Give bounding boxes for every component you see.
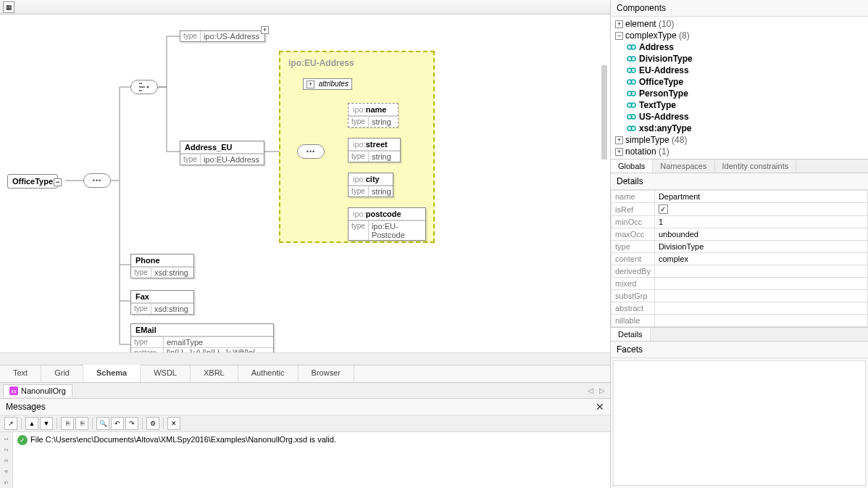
expand-icon[interactable]: + xyxy=(615,136,623,144)
ipo-street-node[interactable]: ipo:street typestring xyxy=(348,138,401,162)
details-label: minOcc xyxy=(612,216,655,228)
details-label: name xyxy=(612,191,655,203)
tab-browser[interactable]: Browser xyxy=(299,365,354,382)
horizontal-scrollbar[interactable] xyxy=(0,352,610,365)
msg-tool-find[interactable]: 🔍 xyxy=(96,417,109,430)
msg-tool-prev[interactable]: ▲ xyxy=(25,417,38,430)
tree-notation[interactable]: + notation (1) xyxy=(612,146,867,157)
tab-details[interactable]: Details xyxy=(611,328,651,341)
details-label: nillable xyxy=(612,315,655,327)
details-value[interactable] xyxy=(654,290,867,302)
success-icon: ✓ xyxy=(17,435,28,445)
details-label: type xyxy=(612,241,655,253)
tree-complextype-item[interactable]: TextType xyxy=(612,99,867,111)
schema-canvas[interactable]: OfficeType − type ipo:US-Address + ipo:E… xyxy=(0,15,610,352)
tab-wsdl[interactable]: WSDL xyxy=(141,365,191,382)
tab-namespaces[interactable]: Namespaces xyxy=(653,160,714,173)
components-tree: + element (10) − complexType (8) Address… xyxy=(611,17,868,159)
details-label: substGrp xyxy=(612,290,655,302)
complextype-icon xyxy=(627,43,637,51)
complextype-icon xyxy=(627,54,637,63)
details-value[interactable]: unbounded xyxy=(654,228,867,241)
type-label: type xyxy=(180,31,201,41)
collapse-icon[interactable]: − xyxy=(615,32,623,40)
file-tabs: xs NanonullOrg ◁ ▷ xyxy=(0,382,610,398)
messages-toolbar: ↗ ▲ ▼ ⎘ ⎘ 🔍 ↶ ↷ ⚙ ✕ xyxy=(0,415,610,432)
message-row[interactable]: ✓ File C:\Users\enc\Documents\Altova\XML… xyxy=(13,432,610,488)
canvas-toolbar: ▦ xyxy=(0,0,610,15)
office-type-node[interactable]: OfficeType − xyxy=(7,174,58,189)
attributes-node[interactable]: + attributes xyxy=(303,78,352,90)
tab-globals[interactable]: Globals xyxy=(611,160,653,173)
tree-complextype-item[interactable]: xsd:anyType xyxy=(612,123,867,134)
address-eu-node[interactable]: Address_EU type ipo:EU-Address xyxy=(180,141,264,165)
details-value[interactable]: complex xyxy=(654,253,867,265)
phone-node[interactable]: Phone typexsd:string xyxy=(130,254,194,278)
tree-complextype-item[interactable]: OfficeType xyxy=(612,76,867,88)
choice-compositor[interactable] xyxy=(130,80,158,94)
view-tabs: Text Grid Schema WSDL XBRL Authentic Bro… xyxy=(0,365,610,382)
message-text: File C:\Users\enc\Documents\Altova\XMLSp… xyxy=(30,435,336,444)
msg-tool-filter[interactable]: ⚙ xyxy=(146,417,159,430)
tree-complextype-item[interactable]: US-Address xyxy=(612,111,867,123)
msg-tool-copy[interactable]: ⎘ xyxy=(61,417,74,430)
msg-tool-clear[interactable]: ✕ xyxy=(167,417,180,430)
close-icon[interactable]: ✕ xyxy=(596,401,604,413)
facets-header: Facets xyxy=(611,342,868,358)
tree-complextype-item[interactable]: DivisionType xyxy=(612,53,867,65)
tab-schema[interactable]: Schema xyxy=(83,365,141,382)
details-value[interactable] xyxy=(654,302,867,315)
components-header: Components xyxy=(611,0,868,17)
details-header: Details xyxy=(611,173,868,190)
complextype-icon xyxy=(627,112,637,121)
tab-identity[interactable]: Identity constraints xyxy=(715,160,797,173)
fax-node[interactable]: Fax typexsd:string xyxy=(130,290,194,315)
ipo-postcode-node[interactable]: ipo:postcode typeipo:EU-Postcode xyxy=(348,207,426,241)
details-label: derivedBy xyxy=(612,265,655,278)
messages-panel: Messages ✕ ↗ ▲ ▼ ⎘ ⎘ 🔍 ↶ ↷ ⚙ ✕ xyxy=(0,398,610,488)
msg-tool-findprev[interactable]: ↶ xyxy=(111,417,124,430)
xsd-file-icon: xs xyxy=(9,386,18,395)
file-tab-label: NanonullOrg xyxy=(21,386,66,395)
tree-complextype-item[interactable]: PersonType xyxy=(612,88,867,99)
details-value[interactable] xyxy=(654,315,867,327)
expand-icon[interactable]: + xyxy=(615,148,623,156)
components-tabs: Globals Namespaces Identity constraints xyxy=(611,159,868,173)
file-tab-active[interactable]: xs NanonullOrg xyxy=(3,384,72,397)
tab-prev-icon[interactable]: ◁ xyxy=(585,386,596,396)
tab-authentic[interactable]: Authentic xyxy=(238,365,299,382)
us-address-node[interactable]: type ipo:US-Address xyxy=(180,30,265,42)
tree-simpletype[interactable]: + simpleType (48) xyxy=(612,134,867,146)
tab-xbrl[interactable]: XBRL xyxy=(191,365,238,382)
vertical-scrollbar[interactable] xyxy=(601,65,607,160)
details-value[interactable] xyxy=(654,278,867,290)
expand-icon[interactable]: − xyxy=(54,178,62,186)
tab-next-icon[interactable]: ▷ xyxy=(597,386,607,396)
details-label: isRef xyxy=(612,203,655,216)
tree-complextype-item[interactable]: Address xyxy=(612,41,867,53)
expand-icon[interactable]: + xyxy=(306,80,314,88)
email-node[interactable]: EMail typeemailType pattern[\p{L}_-]+(\.… xyxy=(130,323,274,352)
tree-element[interactable]: + element (10) xyxy=(612,18,867,30)
expand-icon[interactable]: + xyxy=(615,20,623,28)
msg-tool-copyall[interactable]: ⎘ xyxy=(75,417,88,430)
ipo-name-node[interactable]: ipo:name typestring xyxy=(348,103,398,128)
details-value[interactable]: Department xyxy=(654,191,867,203)
tree-complextype-item[interactable]: EU-Address xyxy=(612,65,867,76)
msg-tool-findnext[interactable]: ↷ xyxy=(125,417,138,430)
tab-text[interactable]: Text xyxy=(0,365,41,382)
tree-complextype[interactable]: − complexType (8) xyxy=(612,30,867,41)
checkbox-icon[interactable]: ✓ xyxy=(659,204,668,214)
tab-grid[interactable]: Grid xyxy=(41,365,83,382)
expand-icon[interactable]: + xyxy=(261,26,269,34)
ipo-city-node[interactable]: ipo:city typestring xyxy=(348,173,393,197)
details-value[interactable]: 1 xyxy=(654,216,867,228)
msg-tool-nav[interactable]: ↗ xyxy=(4,417,17,430)
toolbar-schema-icon[interactable]: ▦ xyxy=(3,1,14,13)
details-value[interactable] xyxy=(654,265,867,278)
sequence-compositor[interactable] xyxy=(83,173,111,188)
msg-tool-next[interactable]: ▼ xyxy=(40,417,53,430)
details-value[interactable]: DivisionType xyxy=(654,241,867,253)
sequence-compositor[interactable] xyxy=(297,144,325,159)
details-value[interactable]: ✓ xyxy=(654,203,867,216)
